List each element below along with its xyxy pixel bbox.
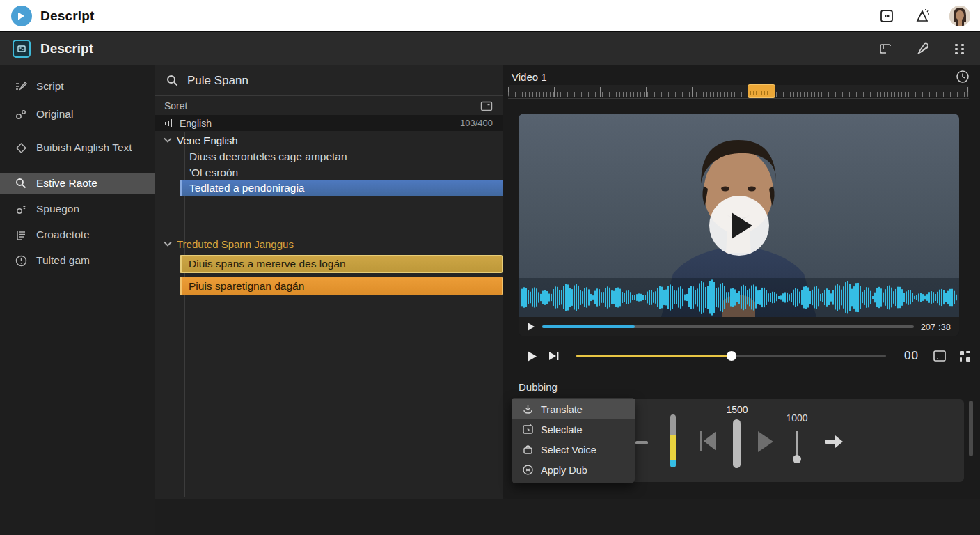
audio-waveform	[519, 278, 959, 317]
app-title: Descript	[40, 8, 95, 24]
os-titlebar: Descript	[0, 0, 980, 32]
timeline-selection-marker[interactable]	[748, 84, 775, 98]
video-frame[interactable]	[519, 114, 959, 317]
search-icon	[166, 74, 179, 87]
translate-icon	[521, 403, 534, 416]
step-play-button[interactable]	[757, 430, 775, 453]
transcript-line[interactable]: 'Ol esroón	[189, 164, 238, 180]
project-doc-icon	[13, 40, 31, 58]
sidebar-item-tulted-gam[interactable]: Tulted gam	[0, 251, 155, 270]
info-circle-icon	[14, 254, 28, 268]
track-counter: 103/400	[460, 118, 493, 128]
user-avatar[interactable]	[949, 6, 970, 26]
menu-item-label: Translate	[541, 404, 583, 415]
video-control-bar: 207 :38	[519, 317, 959, 336]
pitch-slider-track[interactable]	[796, 431, 798, 456]
line-text: 'Ol esroón	[189, 166, 238, 179]
play-icon	[732, 212, 752, 239]
playback-slider[interactable]	[576, 355, 886, 357]
menu-item-translate[interactable]: Translate	[512, 399, 635, 419]
apply-dub-icon	[521, 464, 534, 476]
link-circles-icon	[14, 107, 28, 121]
scrollbar[interactable]	[969, 401, 973, 456]
sidebar-item-original[interactable]: Original	[0, 104, 155, 124]
decrease-handle[interactable]	[635, 441, 648, 444]
menu-item-select-voice[interactable]: Select Voice	[512, 440, 635, 460]
transport-controls: 00	[519, 344, 971, 368]
menu-item-label: Apply Dub	[541, 465, 587, 476]
cards-view-icon[interactable]	[480, 101, 493, 111]
video-title: Video 1	[512, 71, 547, 83]
clock-square-icon	[521, 424, 534, 436]
search-bar[interactable]: Pule Spann	[155, 65, 503, 96]
dubbing-menu: Translate Seleclate	[512, 398, 635, 483]
group-header-english[interactable]: Vene English	[159, 132, 238, 148]
sidebar-item-script[interactable]: Script	[0, 77, 155, 96]
timeline-ruler[interactable]	[508, 85, 969, 97]
transcript-line[interactable]: Diuss deeronteles cage ampetan	[189, 148, 347, 164]
descript-logo-icon	[11, 6, 32, 26]
playback-slider-fill	[576, 355, 732, 357]
sidebar-item-label: Tulted gam	[36, 254, 90, 267]
playback-slider-knob[interactable]	[727, 351, 736, 361]
sidebar-item-label: Croadetote	[36, 228, 90, 241]
loop-count-label[interactable]: 00	[904, 349, 919, 363]
video-player[interactable]: 207 :38	[519, 114, 959, 336]
widget-window-icon[interactable]	[878, 8, 895, 24]
speaker-circles-icon	[14, 202, 28, 216]
line-text: Tedlated a pendōniragia	[189, 182, 304, 194]
transcript-panel: Pule Spann Soret English 103/400	[155, 65, 503, 499]
app-window: Descript	[0, 0, 980, 535]
panel-toggle-icon[interactable]	[877, 40, 894, 57]
skip-to-end-button[interactable]	[548, 350, 560, 362]
voice-icon	[521, 444, 534, 456]
video-progress-fill	[542, 325, 635, 328]
dubbing-title: Dubbing	[519, 381, 558, 393]
sidebar-item-buibish[interactable]: Buibish Anglish Text	[0, 131, 139, 164]
video-panel: Video 1	[503, 65, 980, 499]
apps-grid-icon[interactable]	[952, 41, 967, 56]
video-progress-bar[interactable]	[542, 325, 914, 328]
transcript-line-highlight-orange[interactable]: Piuis sparetignan dagán	[180, 277, 503, 295]
sidebar: Script Original Buibish Anglish Text	[0, 65, 155, 535]
menu-item-label: Seleclate	[541, 424, 583, 435]
pin-icon[interactable]	[915, 40, 931, 57]
skip-back-button[interactable]	[698, 428, 718, 453]
menu-item-seleclate[interactable]: Seleclate	[512, 419, 635, 440]
play-button[interactable]	[527, 322, 535, 332]
chevron-down-icon[interactable]	[159, 137, 177, 143]
chevron-down-icon[interactable]	[159, 241, 177, 247]
menu-item-apply-dub[interactable]: Apply Dub	[512, 460, 635, 480]
advance-arrow-button[interactable]	[823, 434, 844, 449]
group-title: Vene English	[177, 134, 238, 146]
clock-icon[interactable]	[955, 69, 970, 84]
sidebar-item-label: Original	[36, 107, 73, 121]
group-header-translated[interactable]: Treduted Spann Janggus	[159, 236, 294, 251]
transcript-line-highlight-gold[interactable]: Diuis spans a mererve des logán	[180, 255, 503, 273]
sidebar-item-spuegon[interactable]: Spuegon	[0, 199, 155, 219]
sidebar-item-croadetote[interactable]: Croadetote	[0, 225, 155, 245]
dubbing-panel: Translate Seleclate	[512, 399, 964, 482]
sidebar-item-estive-raote[interactable]: Estive Raote	[0, 173, 155, 194]
whats-new-icon[interactable]	[913, 7, 931, 25]
picture-in-picture-icon[interactable]	[933, 350, 947, 362]
pitch-slider-knob[interactable]	[793, 455, 801, 463]
transport-play-button[interactable]	[527, 350, 537, 362]
track-row-english[interactable]: English 103/400	[155, 115, 503, 131]
sort-row[interactable]: Soret	[155, 97, 503, 115]
search-input[interactable]: Pule Spann	[187, 74, 248, 88]
project-title: Descript	[40, 41, 93, 56]
script-icon	[14, 79, 28, 93]
sort-label: Soret	[164, 100, 187, 111]
speed-slider-handle[interactable]	[733, 419, 741, 468]
transcript-line-selected[interactable]: Tedlated a pendōniragia	[180, 180, 503, 196]
play-overlay-button[interactable]	[709, 196, 769, 256]
bottom-strip	[155, 499, 980, 535]
menu-item-label: Select Voice	[541, 444, 596, 456]
sidebar-item-label: Script	[36, 79, 64, 93]
fullscreen-grid-icon[interactable]	[959, 350, 971, 362]
ruler-underline	[508, 98, 969, 99]
waveform-band	[519, 278, 959, 317]
project-toolbar: Descript	[0, 32, 980, 65]
search-icon	[14, 176, 28, 190]
